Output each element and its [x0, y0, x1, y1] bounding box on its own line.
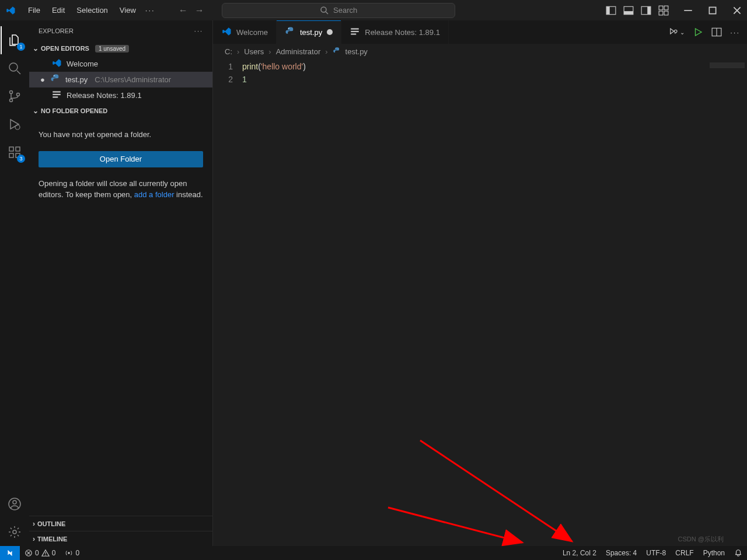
- main-menu: File Edit Selection View: [23, 4, 141, 17]
- activity-source-control[interactable]: [1, 82, 29, 110]
- status-problems[interactable]: 0 0: [20, 546, 60, 560]
- svg-rect-3: [606, 6, 610, 15]
- status-ln-col[interactable]: Ln 2, Col 2: [558, 546, 601, 560]
- status-notifications-icon[interactable]: [729, 546, 747, 560]
- statusbar: 0 0 0 Ln 2, Col 2 Spaces: 4 UTF-8 CRLF P…: [0, 546, 747, 560]
- command-center-search[interactable]: Search: [222, 3, 455, 18]
- status-encoding[interactable]: UTF-8: [641, 546, 671, 560]
- window-close-icon[interactable]: [732, 5, 742, 16]
- no-folder-label: No Folder Opened: [41, 107, 107, 114]
- svg-point-33: [288, 28, 289, 29]
- code-lines: print('hello world') 1: [242, 59, 747, 546]
- vscode-file-icon: [221, 26, 232, 38]
- editor-actions: ⌄ ···: [668, 20, 747, 44]
- window-maximize-icon[interactable]: [707, 5, 718, 16]
- status-eol[interactable]: CRLF: [671, 546, 698, 560]
- explorer-badge: 1: [17, 43, 25, 51]
- dirty-dot-icon: [327, 29, 333, 35]
- breadcrumb-seg[interactable]: Users: [244, 47, 264, 56]
- status-ports[interactable]: 0: [60, 546, 84, 560]
- activity-run-debug[interactable]: [1, 110, 29, 138]
- toggle-panel-bottom-icon[interactable]: [623, 5, 634, 16]
- menu-file[interactable]: File: [23, 4, 45, 17]
- run-config-icon[interactable]: ⌄: [668, 27, 685, 37]
- chevron-down-icon: ⌄: [33, 107, 39, 115]
- python-file-icon: [50, 74, 61, 86]
- breadcrumb-seg[interactable]: test.py: [345, 47, 368, 56]
- menu-edit[interactable]: Edit: [47, 4, 69, 17]
- window-minimize-icon[interactable]: [683, 5, 693, 16]
- vscode-file-icon: [51, 58, 62, 70]
- activity-accounts[interactable]: [1, 490, 29, 518]
- release-notes-icon: [350, 26, 360, 38]
- code-editor[interactable]: 12 print('hello world') 1: [213, 59, 747, 546]
- open-editor-welcome[interactable]: Welcome: [29, 56, 212, 72]
- chevron-right-icon: ›: [33, 535, 35, 543]
- window-controls: [683, 5, 742, 16]
- branch-icon: [8, 89, 22, 103]
- activity-search[interactable]: [1, 54, 29, 82]
- status-spaces[interactable]: Spaces: 4: [601, 546, 641, 560]
- minimap[interactable]: [700, 59, 747, 546]
- tab-welcome[interactable]: Welcome: [213, 20, 277, 44]
- ports-count: 0: [75, 549, 79, 557]
- activity-extensions[interactable]: 3: [1, 138, 29, 166]
- open-editor-label: Release Notes: 1.89.1: [67, 91, 142, 100]
- outline-section[interactable]: › Outline: [29, 516, 212, 531]
- activity-settings[interactable]: [1, 518, 29, 546]
- svg-rect-13: [709, 7, 715, 13]
- svg-point-28: [13, 530, 16, 534]
- timeline-label: Timeline: [37, 536, 67, 542]
- add-folder-link[interactable]: add a folder: [134, 190, 174, 199]
- breadcrumb-seg[interactable]: C:: [225, 47, 232, 56]
- nav-back-icon[interactable]: ←: [179, 5, 188, 16]
- open-editor-release-notes[interactable]: Release Notes: 1.89.1: [29, 88, 212, 103]
- watermark-text: CSDN @乐以利: [678, 535, 724, 544]
- code-token-fn: print: [242, 62, 258, 71]
- broadcast-icon: [65, 549, 73, 557]
- sidebar-header: Explorer ···: [29, 20, 212, 41]
- svg-rect-7: [647, 6, 651, 15]
- open-editor-testpy[interactable]: ● test.py C:\Users\Administrator: [29, 72, 212, 88]
- toggle-panel-left-icon[interactable]: [606, 5, 616, 16]
- editor-area: Welcome test.py Release Notes: 1.89.1 ⌄ …: [213, 20, 747, 546]
- open-editors-list: Welcome ● test.py C:\Users\Administrator…: [29, 56, 212, 103]
- split-editor-icon[interactable]: [711, 27, 722, 37]
- open-editors-header[interactable]: ⌄ Open Editors 1 unsaved: [29, 41, 212, 56]
- customize-layout-icon[interactable]: [658, 5, 669, 16]
- breadcrumb: C:› Users› Administrator› test.py: [213, 44, 747, 59]
- chevron-right-icon: ›: [325, 47, 327, 56]
- breadcrumb-seg[interactable]: Administrator: [276, 47, 321, 56]
- release-notes-icon: [51, 89, 62, 102]
- editor-more-icon[interactable]: ···: [730, 28, 740, 37]
- activity-bar: 1 3: [0, 20, 29, 546]
- timeline-section[interactable]: › Timeline: [29, 531, 212, 546]
- svg-point-44: [45, 555, 46, 555]
- svg-rect-25: [16, 147, 20, 151]
- menu-overflow-icon[interactable]: ···: [145, 6, 155, 15]
- open-folder-button[interactable]: Open Folder: [39, 151, 203, 167]
- tab-testpy[interactable]: test.py: [277, 20, 341, 44]
- error-icon: [25, 549, 33, 557]
- menu-selection[interactable]: Selection: [72, 4, 112, 17]
- svg-rect-10: [659, 11, 663, 15]
- activity-explorer[interactable]: 1: [1, 26, 29, 54]
- nav-forward-icon[interactable]: →: [195, 5, 204, 16]
- code-token-paren: ): [303, 62, 306, 71]
- svg-rect-23: [9, 153, 13, 158]
- sidebar-more-icon[interactable]: ···: [194, 27, 203, 34]
- no-folder-header[interactable]: ⌄ No Folder Opened: [29, 103, 212, 118]
- remote-indicator[interactable]: [0, 546, 20, 560]
- search-placeholder: Search: [333, 6, 357, 15]
- chevron-right-icon: ›: [33, 520, 35, 528]
- svg-point-19: [10, 99, 13, 102]
- python-file-icon: [285, 26, 295, 38]
- status-language[interactable]: Python: [699, 546, 729, 560]
- run-file-icon[interactable]: [693, 27, 703, 37]
- no-folder-hint: Opening a folder will close all currentl…: [39, 178, 203, 201]
- toggle-panel-right-icon[interactable]: [641, 5, 651, 16]
- tab-release-notes[interactable]: Release Notes: 1.89.1: [341, 20, 449, 44]
- svg-rect-11: [664, 11, 668, 15]
- no-folder-body: You have not yet opened a folder. Open F…: [29, 118, 212, 211]
- menu-view[interactable]: View: [115, 4, 141, 17]
